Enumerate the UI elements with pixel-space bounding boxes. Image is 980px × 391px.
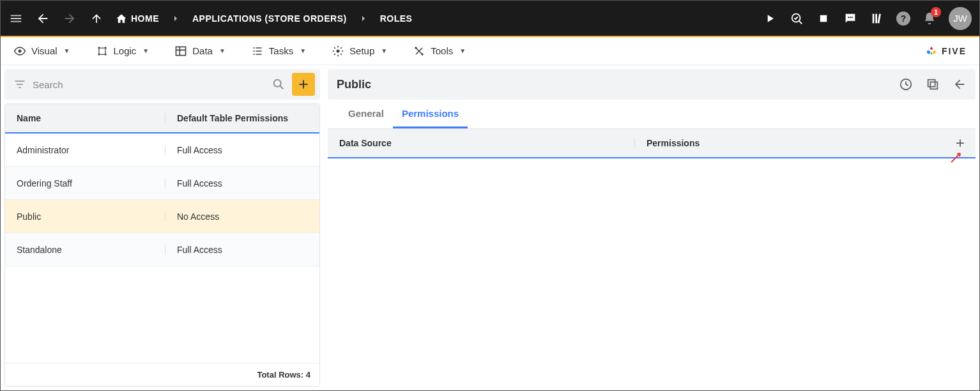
svg-point-10 bbox=[104, 47, 106, 49]
brand-label: FIVE bbox=[942, 46, 967, 56]
menu-logic[interactable]: Logic▼ bbox=[96, 45, 149, 57]
back-icon[interactable] bbox=[35, 11, 50, 26]
svg-point-15 bbox=[415, 47, 417, 49]
filter-icon[interactable] bbox=[13, 78, 26, 91]
forward-icon bbox=[62, 11, 77, 26]
menubar: Visual▼ Logic▼ Data▼ Tasks▼ Setup▼ Tools… bbox=[1, 37, 979, 65]
grid-body: AdministratorFull AccessOrdering StaffFu… bbox=[5, 134, 319, 363]
menu-tasks-label: Tasks bbox=[269, 45, 293, 56]
hamburger-icon[interactable] bbox=[8, 11, 24, 26]
add-permission-button[interactable] bbox=[954, 137, 967, 150]
row-perm: Full Access bbox=[165, 245, 319, 255]
row-name: Ordering Staff bbox=[5, 178, 165, 188]
search-input[interactable] bbox=[33, 79, 265, 90]
add-button[interactable] bbox=[292, 73, 315, 96]
detail-header: Public bbox=[328, 69, 976, 100]
back-arrow-icon[interactable] bbox=[953, 77, 967, 91]
svg-rect-1 bbox=[820, 15, 827, 22]
svg-rect-6 bbox=[875, 13, 877, 23]
menu-visual[interactable]: Visual▼ bbox=[13, 45, 70, 57]
menu-data[interactable]: Data▼ bbox=[174, 45, 226, 57]
breadcrumb-roles-label: ROLES bbox=[380, 13, 413, 24]
perm-col-permissions[interactable]: Permissions bbox=[634, 138, 976, 148]
grid-row[interactable]: Ordering StaffFull Access bbox=[5, 167, 319, 200]
menu-visual-label: Visual bbox=[31, 45, 57, 56]
row-name: Administrator bbox=[5, 145, 165, 155]
row-perm: Full Access bbox=[165, 145, 319, 155]
grid-row[interactable]: AdministratorFull Access bbox=[5, 134, 319, 167]
menu-tasks[interactable]: Tasks▼ bbox=[251, 45, 306, 57]
brand-logo: FIVE bbox=[925, 45, 967, 57]
breadcrumb-app-label: APPLICATIONS (STORE ORDERS) bbox=[192, 13, 347, 24]
perm-col-datasource[interactable]: Data Source bbox=[328, 138, 634, 148]
play-icon[interactable] bbox=[762, 11, 777, 26]
svg-rect-5 bbox=[873, 13, 875, 23]
svg-point-17 bbox=[274, 80, 281, 87]
help-icon[interactable]: ? bbox=[896, 12, 910, 26]
roles-grid: Name Default Table Permissions Administr… bbox=[4, 103, 320, 387]
red-arrow-annotation bbox=[949, 150, 964, 165]
grid-col-perm[interactable]: Default Table Permissions bbox=[165, 113, 319, 123]
topbar: HOME APPLICATIONS (STORE ORDERS) ROLES ?… bbox=[1, 1, 979, 36]
row-perm: No Access bbox=[165, 211, 319, 222]
detail-tabs: General Permissions bbox=[328, 100, 976, 129]
breadcrumb-home[interactable]: HOME bbox=[116, 13, 159, 24]
svg-point-3 bbox=[850, 17, 851, 18]
notification-badge: 1 bbox=[931, 7, 941, 17]
search-row bbox=[4, 69, 320, 100]
breadcrumb: HOME APPLICATIONS (STORE ORDERS) ROLES bbox=[116, 13, 412, 24]
svg-rect-19 bbox=[930, 82, 937, 89]
history-icon[interactable] bbox=[899, 77, 913, 91]
svg-rect-13 bbox=[176, 47, 186, 55]
chat-icon[interactable] bbox=[843, 11, 858, 26]
menu-setup[interactable]: Setup▼ bbox=[332, 45, 387, 57]
stop-icon[interactable] bbox=[816, 11, 831, 26]
notifications-icon[interactable]: 1 bbox=[922, 11, 937, 26]
menu-data-label: Data bbox=[192, 45, 213, 56]
grid-header: Name Default Table Permissions bbox=[5, 104, 319, 134]
chevron-right-icon bbox=[171, 13, 181, 24]
left-pane: Name Default Table Permissions Administr… bbox=[1, 65, 324, 390]
row-perm: Full Access bbox=[165, 178, 319, 188]
copy-icon[interactable] bbox=[926, 77, 940, 91]
right-pane: Public General Permissions Data Source P… bbox=[324, 65, 979, 390]
svg-point-14 bbox=[337, 49, 340, 52]
library-icon[interactable] bbox=[869, 11, 885, 26]
menu-setup-label: Setup bbox=[349, 45, 374, 56]
svg-point-8 bbox=[19, 49, 22, 52]
tab-permissions[interactable]: Permissions bbox=[393, 100, 468, 128]
breadcrumb-app[interactable]: APPLICATIONS (STORE ORDERS) bbox=[192, 13, 347, 24]
tab-general[interactable]: General bbox=[339, 100, 393, 128]
breadcrumb-roles[interactable]: ROLES bbox=[380, 13, 413, 24]
main-split: Name Default Table Permissions Administr… bbox=[1, 65, 979, 390]
svg-point-4 bbox=[852, 17, 853, 18]
svg-point-11 bbox=[98, 53, 100, 55]
grid-row[interactable]: StandaloneFull Access bbox=[5, 233, 319, 266]
svg-point-16 bbox=[422, 53, 424, 55]
permissions-header: Data Source Permissions bbox=[328, 129, 976, 158]
up-icon[interactable] bbox=[89, 11, 104, 26]
grid-row[interactable]: PublicNo Access bbox=[5, 200, 319, 233]
breadcrumb-home-label: HOME bbox=[131, 13, 159, 24]
svg-point-2 bbox=[848, 17, 849, 18]
grid-col-name[interactable]: Name bbox=[5, 113, 165, 123]
row-name: Public bbox=[5, 211, 165, 222]
detail-title: Public bbox=[337, 78, 890, 91]
avatar[interactable]: JW bbox=[949, 7, 972, 30]
menu-tools[interactable]: Tools▼ bbox=[413, 45, 466, 57]
svg-point-9 bbox=[98, 47, 100, 49]
menu-logic-label: Logic bbox=[114, 45, 137, 56]
search-icon[interactable] bbox=[272, 77, 286, 91]
menu-tools-label: Tools bbox=[431, 45, 453, 56]
svg-rect-7 bbox=[878, 13, 881, 23]
grid-footer: Total Rows: 4 bbox=[5, 363, 319, 386]
svg-rect-20 bbox=[928, 80, 935, 87]
row-name: Standalone bbox=[5, 245, 165, 255]
inspect-icon[interactable] bbox=[789, 11, 804, 26]
svg-point-12 bbox=[104, 53, 106, 55]
chevron-right-icon bbox=[358, 13, 369, 24]
